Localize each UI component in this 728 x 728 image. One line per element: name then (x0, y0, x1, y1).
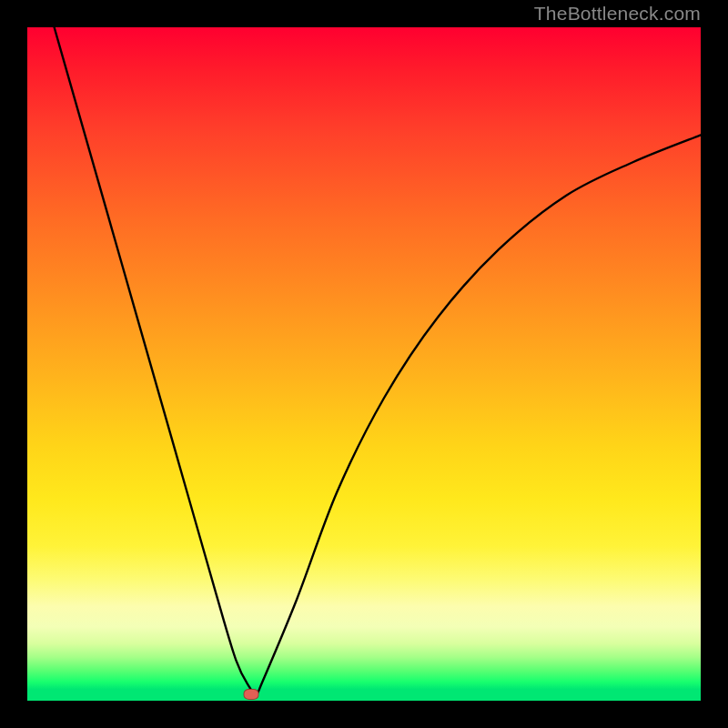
bottleneck-curve (27, 27, 701, 701)
chart-frame: TheBottleneck.com (0, 0, 728, 728)
plot-area (27, 27, 701, 701)
min-point-marker (244, 689, 259, 700)
watermark-text: TheBottleneck.com (534, 3, 701, 25)
